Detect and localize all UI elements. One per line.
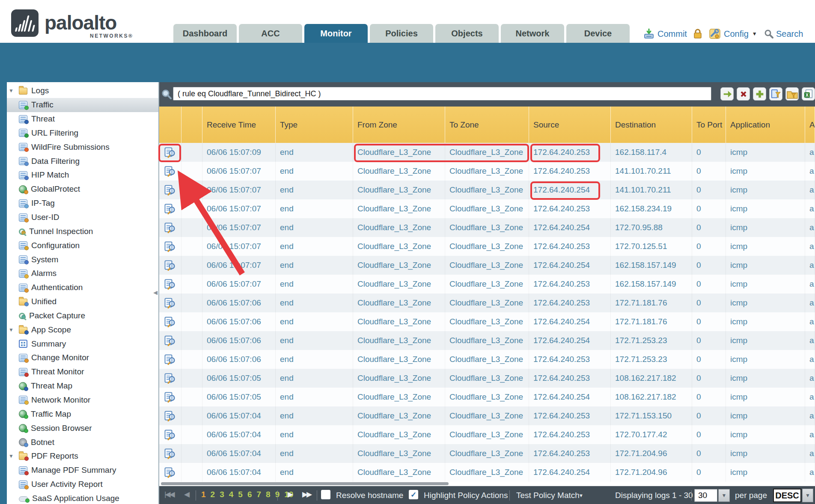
sidebar-collapse-icon[interactable]: ◀ [153,289,158,296]
to-port-cell[interactable]: 0 [692,294,726,312]
type-cell[interactable]: end [276,369,353,388]
type-cell[interactable]: end [276,425,353,444]
destination-cell[interactable]: 172.70.125.51 [611,237,692,256]
source-cell[interactable]: 172.64.240.253 [529,425,611,444]
sidebar-item[interactable]: ▼ Authentication [7,281,158,295]
destination-cell[interactable]: 172.70.95.88 [611,218,692,237]
column-header[interactable] [159,107,181,143]
log-detail-magnifier-icon[interactable] [159,143,181,162]
log-detail-magnifier-icon[interactable] [159,350,181,369]
to-port-cell[interactable]: 0 [692,369,726,388]
application-cell[interactable]: icmp [726,237,805,256]
receive-time-cell[interactable]: 06/06 15:07:09 [202,143,276,162]
from-zone-cell[interactable]: Cloudflare_L3_Zone [353,181,445,199]
sidebar-item[interactable]: ▼ IP-Tag [7,196,158,210]
nav-tab[interactable]: Monitor [304,24,368,43]
action-cell[interactable]: a [805,275,815,294]
sidebar-item[interactable]: ▼ PDF Reports [7,449,158,463]
source-cell[interactable]: 172.64.240.253 [529,199,611,218]
column-header[interactable]: Application [726,107,805,143]
type-cell[interactable]: end [276,181,353,199]
to-port-cell[interactable]: 0 [692,199,726,218]
action-cell[interactable]: a [805,181,815,199]
application-cell[interactable]: icmp [726,406,805,425]
nav-tab[interactable]: Objects [435,24,499,43]
application-cell[interactable]: icmp [726,256,805,275]
from-zone-cell[interactable]: Cloudflare_L3_Zone [353,237,445,256]
destination-cell[interactable]: 162.158.157.149 [611,275,692,294]
action-cell[interactable]: a [805,143,815,162]
page-number[interactable]: 3 [220,490,224,499]
sidebar-item[interactable]: ▼ System [7,252,158,267]
destination-cell[interactable]: 141.101.70.211 [611,162,692,181]
source-cell[interactable]: 172.64.240.254 [529,388,611,406]
sidebar-item[interactable]: ▼ Network Monitor [7,393,158,407]
load-filter-folder-button[interactable] [785,87,799,101]
receive-time-cell[interactable]: 06/06 15:07:04 [202,463,276,482]
to-zone-cell[interactable]: Cloudflare_L3_Zone [445,256,529,275]
log-detail-magnifier-icon[interactable] [159,312,181,331]
source-cell[interactable]: 172.64.240.253 [529,294,611,312]
to-port-cell[interactable]: 0 [692,312,726,331]
expand-triangle-icon[interactable]: ▼ [9,327,14,333]
log-filter-input[interactable] [173,87,711,101]
application-cell[interactable]: icmp [726,143,805,162]
highlight-policy-checkbox[interactable]: ✓ [409,490,418,499]
source-cell[interactable]: 172.64.240.253 [529,350,611,369]
destination-cell[interactable]: 172.71.181.76 [611,294,692,312]
type-cell[interactable]: end [276,162,353,181]
to-zone-cell[interactable]: Cloudflare_L3_Zone [445,294,529,312]
log-detail-magnifier-icon[interactable] [159,369,181,388]
receive-time-cell[interactable]: 06/06 15:07:07 [202,256,276,275]
action-cell[interactable]: a [805,425,815,444]
to-zone-cell[interactable]: Cloudflare_L3_Zone [445,181,529,199]
from-zone-cell[interactable]: Cloudflare_L3_Zone [353,256,445,275]
from-zone-cell[interactable]: Cloudflare_L3_Zone [353,218,445,237]
page-number[interactable]: 4 [229,490,234,499]
sidebar-item[interactable]: ▼ WildFire Submissions [7,140,158,154]
log-detail-magnifier-icon[interactable] [159,331,181,350]
source-cell[interactable]: 172.64.240.253 [529,369,611,388]
receive-time-cell[interactable]: 06/06 15:07:07 [202,218,276,237]
from-zone-cell[interactable]: Cloudflare_L3_Zone [353,444,445,463]
source-cell[interactable]: 172.64.240.253 [529,275,611,294]
page-number[interactable]: 2 [211,490,215,499]
receive-time-cell[interactable]: 06/06 15:07:05 [202,388,276,406]
nav-tab[interactable]: Device [566,24,630,43]
to-port-cell[interactable]: 0 [692,331,726,350]
type-cell[interactable]: end [276,463,353,482]
sidebar-item[interactable]: ▼ Unified [7,295,158,309]
to-port-cell[interactable]: 0 [692,425,726,444]
log-detail-magnifier-icon[interactable] [159,162,181,181]
type-cell[interactable]: end [276,237,353,256]
per-page-select[interactable]: 30 [694,489,717,502]
sidebar-item[interactable]: ▼ Botnet [7,435,158,449]
from-zone-cell[interactable]: Cloudflare_L3_Zone [353,350,445,369]
sidebar-item[interactable]: ▼ App Scope [7,323,158,337]
destination-cell[interactable]: 162.158.234.19 [611,199,692,218]
to-zone-cell[interactable]: Cloudflare_L3_Zone [445,388,529,406]
application-cell[interactable]: icmp [726,199,805,218]
nav-tab[interactable]: ACC [239,24,302,43]
receive-time-cell[interactable]: 06/06 15:07:05 [202,369,276,388]
sidebar-item[interactable]: ▼ Summary [7,337,158,351]
column-header[interactable]: Type [276,107,353,143]
to-zone-cell[interactable]: Cloudflare_L3_Zone [445,237,529,256]
type-cell[interactable]: end [276,444,353,463]
destination-cell[interactable]: 172.71.253.23 [611,350,692,369]
nav-tab[interactable]: Policies [370,24,433,43]
to-port-cell[interactable]: 0 [692,143,726,162]
sidebar-item[interactable]: ▼ Alarms [7,267,158,281]
clear-filter-button[interactable] [737,87,750,101]
action-cell[interactable]: a [805,369,815,388]
next-page-button[interactable]: ▶ [288,490,292,499]
to-port-cell[interactable]: 0 [692,181,726,199]
action-cell[interactable]: a [805,294,815,312]
source-cell[interactable]: 172.64.240.254 [529,463,611,482]
to-zone-cell[interactable]: Cloudflare_L3_Zone [445,444,529,463]
source-cell[interactable]: 172.64.240.253 [529,143,611,162]
receive-time-cell[interactable]: 06/06 15:07:07 [202,237,276,256]
to-port-cell[interactable]: 0 [692,237,726,256]
sidebar-item[interactable]: ▼ Manage PDF Summary [7,463,158,477]
log-detail-magnifier-icon[interactable] [159,237,181,256]
